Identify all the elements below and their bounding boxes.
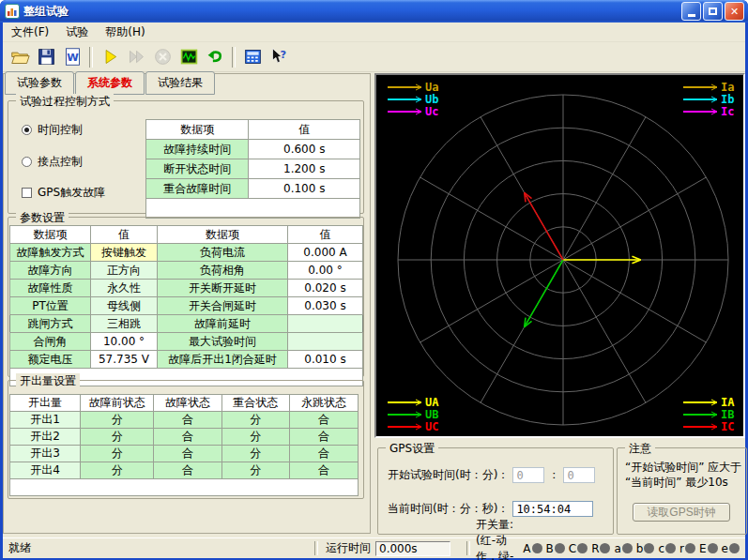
minimize-button[interactable] <box>681 2 701 21</box>
value-cell[interactable]: 按键触发 <box>91 244 158 262</box>
undo-icon <box>206 47 225 67</box>
indicator-letter: b <box>636 542 644 555</box>
value-cell[interactable]: 57.735 V <box>91 351 158 369</box>
contact-control-option[interactable]: 接点控制 <box>22 154 83 170</box>
column-header: 数据项 <box>146 120 249 140</box>
value-cell[interactable]: 0.00 ° <box>288 262 363 280</box>
data-item-cell: 故障前延时 <box>158 315 288 333</box>
column-header: 数据项 <box>158 226 288 244</box>
legend-label-Ia: Ia <box>721 81 734 94</box>
control-times-table: 数据项值故障持续时间0.600 s断开状态时间1.200 s重合故障时间0.10… <box>145 119 360 219</box>
state-cell[interactable]: 合 <box>289 412 358 429</box>
time-control-option[interactable]: 时间控制 <box>22 122 83 138</box>
start-hour-input[interactable] <box>512 467 544 483</box>
stop-button[interactable] <box>150 45 175 68</box>
calculator-button[interactable] <box>240 45 265 68</box>
state-cell[interactable]: 分 <box>221 462 289 479</box>
value-cell[interactable]: 0.000 A <box>288 244 363 262</box>
tab-test-params[interactable]: 试验参数 <box>5 71 74 95</box>
value-cell[interactable]: 0.020 s <box>288 280 363 297</box>
output-row-label: 开出1 <box>10 412 81 429</box>
value-cell[interactable]: 永久性 <box>91 280 158 297</box>
phasor-chart: UaUbUcIaIbIcUAUBUCIAIBIC <box>376 75 743 436</box>
tab-test-results[interactable]: 试验结果 <box>145 71 215 95</box>
tab-system-params[interactable]: 系统参数 <box>75 71 145 95</box>
run-button[interactable] <box>98 45 122 68</box>
state-cell[interactable]: 合 <box>289 429 358 446</box>
help-cursor-icon: ? <box>269 47 289 67</box>
context-help-button[interactable]: ? <box>267 45 291 68</box>
indicator-letter: B <box>546 542 554 555</box>
switch-indicator-b: b <box>636 542 655 555</box>
save-button[interactable] <box>34 45 58 68</box>
value-cell[interactable]: 0.600 s <box>249 140 360 159</box>
empty-row <box>10 479 359 496</box>
data-item-cell: PT位置 <box>10 297 91 315</box>
gps-trigger-option[interactable]: GPS触发故障 <box>22 185 105 201</box>
state-cell[interactable]: 合 <box>154 446 221 462</box>
value-cell[interactable]: 0.100 s <box>249 179 360 199</box>
data-item-cell: 跳闸方式 <box>10 315 91 333</box>
table-row: 故障性质永久性开关断开延时0.020 s <box>10 280 363 297</box>
menu-help[interactable]: 帮助(H) <box>97 23 153 42</box>
control-mode-group: 试验过程控制方式 时间控制 接点控制 GPS触发故障 数据项值故障持续时间0.6… <box>8 100 364 214</box>
value-cell[interactable] <box>288 333 363 351</box>
start-minute-input[interactable] <box>563 467 595 483</box>
value-cell[interactable]: 正方向 <box>91 262 158 280</box>
switch-indicator-c: c <box>658 542 676 555</box>
value-cell[interactable]: 0.030 s <box>288 297 363 315</box>
open-button[interactable] <box>8 45 32 68</box>
table-row: 跳闸方式三相跳故障前延时 <box>10 315 363 333</box>
table-row: PT位置母线侧开关合闸延时0.030 s <box>10 297 363 315</box>
state-cell[interactable]: 合 <box>289 462 358 479</box>
option-label: 接点控制 <box>38 154 83 170</box>
waveform-button[interactable] <box>176 45 201 68</box>
table-row: 开出4分合分合 <box>10 462 359 479</box>
state-cell[interactable]: 合 <box>154 462 221 479</box>
data-item-cell: 额定电压 <box>10 351 91 369</box>
state-cell[interactable]: 合 <box>289 446 358 462</box>
state-cell[interactable]: 合 <box>154 412 221 429</box>
value-cell[interactable]: 1.200 s <box>249 159 360 179</box>
current-time-input[interactable] <box>512 501 593 517</box>
value-cell[interactable]: 三相跳 <box>91 315 158 333</box>
undo-button[interactable] <box>203 45 227 68</box>
state-cell[interactable]: 分 <box>221 429 289 446</box>
value-cell[interactable]: 母线侧 <box>91 297 158 315</box>
switch-indicator-r: r <box>679 542 695 555</box>
menu-bar: 文件(F) 试验 帮助(H) <box>3 23 745 42</box>
close-button[interactable]: ✕ <box>725 2 744 21</box>
note-line: “当前时间” 最少10s <box>625 475 742 490</box>
switch-indicators: ABCRabcrEe <box>519 542 745 555</box>
state-cell[interactable]: 分 <box>221 412 289 429</box>
column-header: 开出量 <box>10 395 81 412</box>
run-continuous-button[interactable] <box>124 45 148 68</box>
data-item-cell: 故障触发方式 <box>10 244 91 262</box>
group-title: 试验过程控制方式 <box>16 94 114 110</box>
legend-label-UB: UB <box>425 408 438 421</box>
state-cell[interactable]: 分 <box>81 412 154 429</box>
phasor-vector-UC <box>525 192 563 260</box>
output-row-label: 开出3 <box>10 446 81 462</box>
indicator-dot <box>600 543 610 553</box>
value-cell[interactable]: 0.010 s <box>288 351 363 369</box>
menu-file[interactable]: 文件(F) <box>3 23 57 42</box>
data-item-cell: 故障后开出1闭合延时 <box>158 351 288 369</box>
state-cell[interactable]: 分 <box>81 429 154 446</box>
menu-test[interactable]: 试验 <box>57 23 97 42</box>
state-cell[interactable]: 分 <box>221 446 289 462</box>
colon-separator: ： <box>548 467 559 483</box>
data-item-cell: 开关合闸延时 <box>158 297 288 315</box>
export-word-button[interactable]: W <box>60 45 84 68</box>
state-cell[interactable]: 分 <box>81 446 154 462</box>
indicator-letter: a <box>614 542 620 555</box>
state-cell[interactable]: 分 <box>81 462 154 479</box>
legend-label-IB: IB <box>721 408 734 421</box>
value-cell[interactable]: 10.00 ° <box>91 333 158 351</box>
empty-cell <box>10 479 359 496</box>
save-icon <box>37 47 56 67</box>
state-cell[interactable]: 合 <box>154 429 221 446</box>
value-cell[interactable] <box>288 315 363 333</box>
indicator-dot <box>622 543 633 553</box>
maximize-button[interactable] <box>703 2 723 21</box>
